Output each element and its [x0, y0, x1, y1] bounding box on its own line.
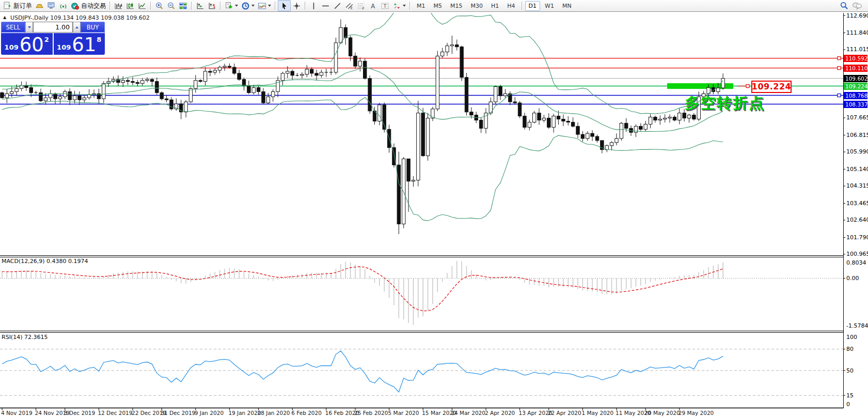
timeframe-button-H1[interactable]: H1 [487, 1, 502, 11]
text-label-icon: T [381, 2, 389, 10]
tile-windows-icon [179, 2, 187, 10]
macd-axis-max: 0.8034 [846, 259, 866, 266]
timeframe-button-M30[interactable]: M30 [467, 1, 487, 11]
line-chart-button[interactable] [136, 1, 148, 11]
arrows-tool[interactable] [391, 1, 407, 11]
tile-windows-button[interactable] [177, 1, 189, 11]
volume-up-button[interactable] [73, 22, 81, 33]
candlestick-button[interactable] [124, 1, 136, 11]
chart-shift-button[interactable] [194, 1, 206, 11]
cursor-icon [280, 2, 289, 10]
rsi-level-15: 15 [846, 392, 854, 399]
timeframe-group: M1M5M15M30H1H4D1W1MN [413, 1, 576, 11]
rsi-level-50: 50 [846, 367, 854, 374]
price-tick-101.790: 101.790 [846, 234, 868, 241]
price-badge-110.592: 110.592 [844, 55, 867, 62]
zoom-out-icon [167, 2, 176, 10]
signals-button[interactable] [57, 1, 69, 11]
buy-button[interactable]: BUY [81, 22, 105, 33]
price-tick-111.015: 111.015 [846, 46, 868, 53]
date-label: 25 Feb 2020 [354, 410, 388, 416]
search-button[interactable] [838, 1, 850, 11]
date-label: 5 Mar 2020 [388, 410, 419, 416]
timeframe-button-MN[interactable]: MN [559, 1, 575, 11]
svg-text:A: A [371, 2, 375, 9]
sell-button[interactable]: SELL [1, 22, 25, 33]
chart-autoscroll-button[interactable] [206, 1, 218, 11]
terminal-button[interactable] [45, 1, 57, 11]
chinese-note-annotation[interactable]: 多空转折点 [685, 93, 765, 114]
toolbar-separator [409, 2, 411, 10]
cursor-button[interactable] [278, 0, 291, 11]
timeframe-button-M1[interactable]: M1 [413, 1, 429, 11]
macd-label: MACD(12,26,9) 0.4380 0.1974 [2, 258, 88, 265]
date-label: 31 Dec 2019 [161, 410, 195, 416]
volume-down-button[interactable] [25, 22, 33, 33]
new-order-label: 新订单 [13, 2, 32, 10]
period-button[interactable] [240, 1, 256, 11]
gold-button[interactable] [34, 1, 45, 11]
text-icon: A [369, 2, 377, 10]
buy-price-sup: 8 [97, 36, 101, 43]
toolbar-separator [109, 2, 111, 10]
date-label: 20 May 2020 [644, 410, 680, 416]
price-tick-107.665: 107.665 [846, 114, 868, 121]
trendline-icon [333, 2, 342, 10]
horizontal-line-tool[interactable] [320, 1, 332, 11]
indicators-button[interactable] [256, 1, 273, 11]
community-button[interactable] [850, 1, 864, 11]
new-chart-button[interactable] [223, 1, 240, 11]
svg-text:F: F [362, 6, 365, 10]
timeframe-button-M5[interactable]: M5 [430, 1, 446, 11]
new-order-button[interactable]: 新订单 [2, 1, 34, 11]
terminal-icon [47, 2, 56, 10]
text-label-tool[interactable]: T [379, 1, 391, 11]
price-tick-112.690: 112.690 [846, 12, 868, 19]
timeframe-button-W1[interactable]: W1 [541, 1, 558, 11]
price-badge-110.110: 110.110 [844, 65, 867, 72]
crosshair-button[interactable] [291, 1, 303, 11]
price-tag-annotation[interactable]: 109.224 [751, 81, 792, 93]
date-label: 19 Jan 2020 [228, 410, 261, 416]
volume-down-icon [28, 26, 31, 28]
candlestick-icon [126, 2, 135, 10]
equidistant-channel-icon: E [345, 2, 354, 10]
indicators-caret [268, 5, 271, 7]
crosshair-icon [292, 2, 301, 10]
macd-axis-zero: 0.00 [846, 275, 859, 282]
chart-shift-icon [196, 2, 204, 10]
date-label: 2 Apr 2020 [485, 410, 515, 416]
arrows-icon [392, 2, 401, 10]
toolbar-separator [150, 2, 151, 10]
date-label: 28 Jan 2020 [258, 410, 290, 416]
timeframe-button-M15[interactable]: M15 [447, 1, 466, 11]
timeframe-button-D1[interactable]: D1 [525, 1, 540, 11]
rsi-label: RSI(14) 72.3615 [2, 334, 48, 341]
bar-chart-button[interactable] [113, 1, 124, 11]
new-chart-icon [225, 2, 233, 10]
zoom-in-button[interactable] [153, 1, 165, 11]
timeframe-button-H4[interactable]: H4 [503, 1, 518, 11]
one-click-collapse-icon[interactable]: ▲ [3, 15, 6, 20]
chart-plot-area[interactable] [0, 13, 843, 408]
trendline-tool[interactable] [332, 1, 343, 11]
price-tick-105.990: 105.990 [846, 148, 868, 155]
channel-tool[interactable]: E [343, 1, 355, 11]
toolbar-separator [220, 2, 221, 10]
toolbar: 新订单 自动交易 [0, 0, 868, 12]
sell-price-panel[interactable]: 109 60 2 [1, 33, 54, 55]
fibonacci-tool[interactable]: F [355, 1, 367, 11]
price-tick-104.315: 104.315 [846, 182, 868, 189]
one-click-trading-panel: SELL BUY 109 60 2 109 61 8 [1, 22, 105, 55]
price-tick-105.140: 105.140 [846, 166, 868, 173]
date-label: 9 Jan 2020 [195, 410, 224, 416]
zoom-out-button[interactable] [165, 1, 177, 11]
vertical-line-tool[interactable] [308, 1, 320, 11]
text-tool[interactable]: A [367, 1, 379, 11]
volume-input[interactable] [33, 22, 73, 33]
buy-price-panel[interactable]: 109 61 8 [54, 33, 105, 55]
sell-price-handle: 109 [5, 44, 19, 51]
price-badge-108.337: 108.337 [844, 101, 867, 108]
line-chart-icon [138, 2, 147, 10]
autotrading-button[interactable]: 自动交易 [69, 1, 107, 11]
